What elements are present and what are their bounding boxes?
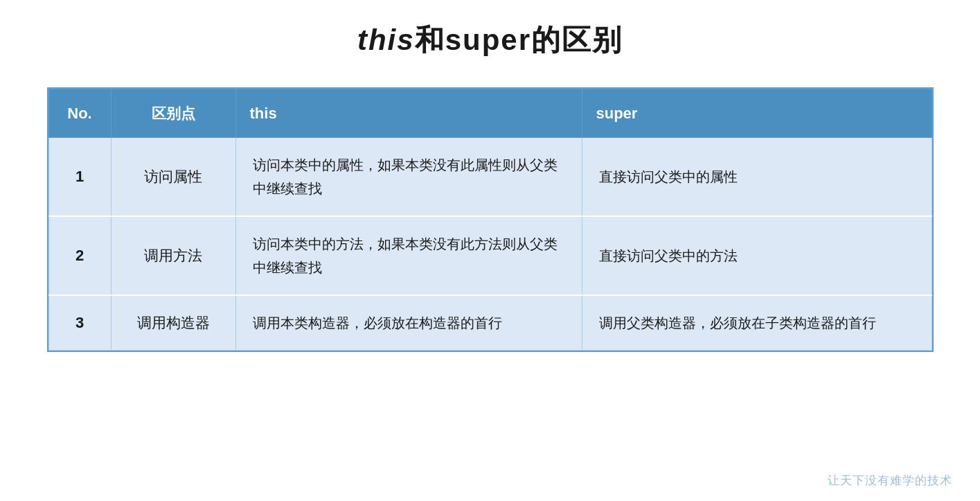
cell-this-desc: 调用本类构造器，必须放在构造器的首行 bbox=[235, 295, 582, 351]
watermark: 让天下没有难学的技术 bbox=[828, 473, 952, 489]
table-row: 1访问属性访问本类中的属性，如果本类没有此属性则从父类中继续查找直接访问父类中的… bbox=[48, 138, 932, 217]
page-title: this和super的区别 bbox=[357, 21, 623, 60]
header-no: No. bbox=[48, 89, 111, 138]
cell-this-desc: 访问本类中的方法，如果本类没有此方法则从父类中继续查找 bbox=[235, 216, 582, 295]
cell-super-desc: 调用父类构造器，必须放在子类构造器的首行 bbox=[582, 295, 932, 351]
cell-point: 调用构造器 bbox=[111, 295, 235, 351]
cell-point: 调用方法 bbox=[111, 216, 235, 295]
cell-this-desc: 访问本类中的属性，如果本类没有此属性则从父类中继续查找 bbox=[235, 138, 582, 217]
comparison-table: No. 区别点 this super 1访问属性访问本类中的属性，如果本类没有此… bbox=[47, 87, 934, 352]
table-header-row: No. 区别点 this super bbox=[48, 89, 932, 138]
table-row: 2调用方法访问本类中的方法，如果本类没有此方法则从父类中继续查找直接访问父类中的… bbox=[48, 216, 932, 295]
cell-no: 3 bbox=[48, 295, 111, 351]
cell-point: 访问属性 bbox=[111, 138, 235, 217]
cell-no: 2 bbox=[48, 216, 111, 295]
cell-no: 1 bbox=[48, 138, 111, 217]
header-this: this bbox=[235, 89, 582, 138]
cell-super-desc: 直接访问父类中的方法 bbox=[582, 216, 932, 295]
table-row: 3调用构造器调用本类构造器，必须放在构造器的首行调用父类构造器，必须放在子类构造… bbox=[48, 295, 932, 351]
cell-super-desc: 直接访问父类中的属性 bbox=[582, 138, 932, 217]
header-point: 区别点 bbox=[111, 89, 235, 138]
header-super: super bbox=[582, 89, 932, 138]
